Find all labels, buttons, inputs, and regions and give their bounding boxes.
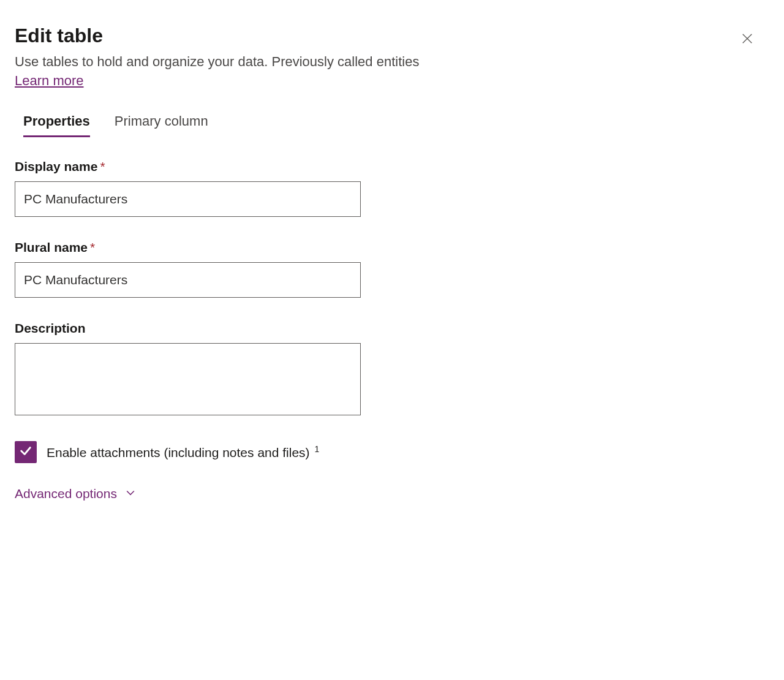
- enable-attachments-label: Enable attachments (including notes and …: [47, 444, 319, 460]
- required-indicator: *: [100, 159, 105, 173]
- checkmark-icon: [19, 444, 32, 460]
- display-name-field[interactable]: [15, 181, 361, 217]
- enable-attachments-label-text: Enable attachments (including notes and …: [47, 445, 310, 459]
- plural-name-field[interactable]: [15, 262, 361, 298]
- close-icon: [741, 32, 754, 47]
- panel-subtitle: Use tables to hold and organize your dat…: [15, 52, 769, 72]
- chevron-down-icon: [124, 486, 137, 502]
- close-button[interactable]: [737, 29, 757, 49]
- description-label: Description: [15, 321, 769, 336]
- plural-name-label-text: Plural name: [15, 240, 88, 254]
- description-field[interactable]: [15, 343, 361, 415]
- enable-attachments-footnote: 1: [314, 444, 319, 454]
- advanced-options-label: Advanced options: [15, 486, 117, 501]
- learn-more-link[interactable]: Learn more: [15, 73, 84, 89]
- panel-title: Edit table: [15, 25, 769, 47]
- plural-name-label: Plural name*: [15, 240, 769, 255]
- enable-attachments-checkbox[interactable]: [15, 441, 37, 463]
- display-name-label: Display name*: [15, 159, 769, 174]
- required-indicator: *: [90, 240, 95, 254]
- display-name-label-text: Display name: [15, 159, 97, 173]
- tab-properties[interactable]: Properties: [23, 113, 90, 137]
- advanced-options-toggle[interactable]: Advanced options: [15, 486, 137, 502]
- tab-primary-column[interactable]: Primary column: [115, 113, 208, 137]
- tab-list: Properties Primary column: [15, 113, 769, 137]
